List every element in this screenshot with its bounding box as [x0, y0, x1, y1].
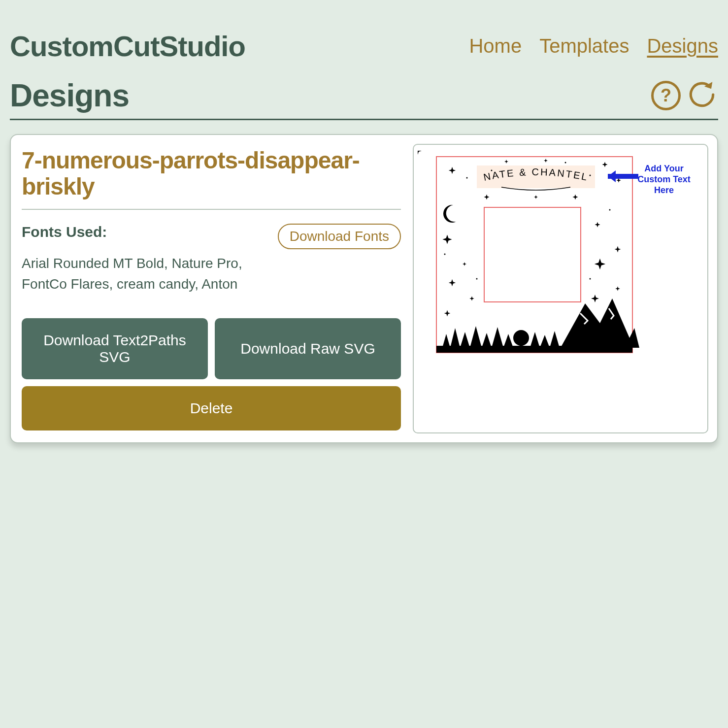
refresh-icon[interactable] — [686, 78, 718, 113]
fonts-used-label: Fonts Used: — [22, 224, 107, 240]
svg-point-5 — [491, 170, 493, 171]
app-logo: CustomCutStudio — [10, 30, 245, 63]
mountains — [561, 298, 639, 348]
svg-point-8 — [444, 254, 446, 255]
svg-point-11 — [590, 278, 591, 280]
design-preview: NATE & CHANTEL — [413, 144, 708, 433]
download-text2paths-button[interactable]: Download Text2Paths SVG — [22, 318, 208, 379]
fonts-list: Arial Rounded MT Bold, Nature Pro, FontC… — [22, 253, 258, 295]
nav-home[interactable]: Home — [469, 35, 522, 57]
delete-button[interactable]: Delete — [22, 386, 401, 430]
callout-arrow-icon — [608, 170, 638, 182]
svg-rect-14 — [520, 344, 523, 349]
callout-line1: Add Your — [644, 164, 683, 173]
nav-templates[interactable]: Templates — [539, 35, 629, 57]
design-card: 7-numerous-parrots-disappear-briskly Fon… — [10, 134, 718, 443]
callout-line2: Custom Text — [637, 174, 691, 184]
svg-point-13 — [513, 330, 529, 346]
svg-point-9 — [476, 278, 478, 280]
help-icon[interactable]: ? — [651, 81, 681, 110]
svg-point-6 — [565, 162, 566, 164]
design-name: 7-numerous-parrots-disappear-briskly — [22, 148, 401, 210]
svg-point-7 — [590, 175, 591, 176]
page-title: Designs — [10, 77, 129, 114]
main-nav: Home Templates Designs — [469, 35, 718, 57]
svg-point-10 — [609, 209, 611, 211]
download-fonts-button[interactable]: Download Fonts — [278, 224, 401, 249]
download-raw-svg-button[interactable]: Download Raw SVG — [215, 318, 401, 379]
nav-designs[interactable]: Designs — [647, 35, 718, 57]
callout-line3: Here — [654, 185, 674, 195]
svg-point-4 — [466, 177, 468, 179]
svg-rect-1 — [484, 207, 581, 302]
